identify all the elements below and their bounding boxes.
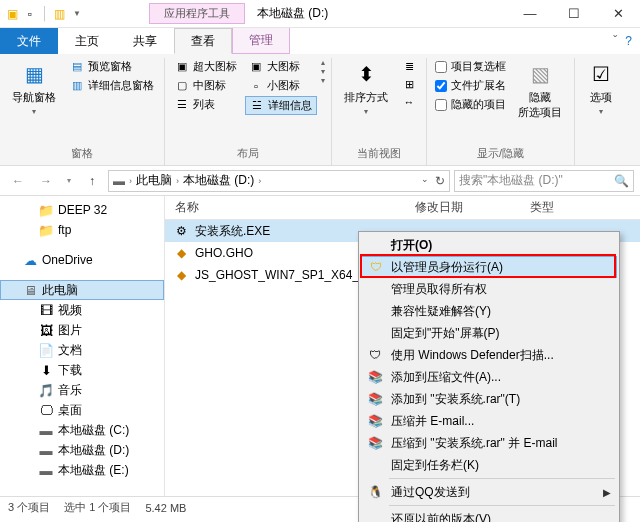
preview-pane-button[interactable]: ▤预览窗格 xyxy=(66,58,158,75)
item-checkboxes-checkbox[interactable] xyxy=(435,61,447,73)
hide-icon: ▧ xyxy=(526,60,554,88)
small-icons-button[interactable]: ▫小图标 xyxy=(245,77,317,94)
ctx-pin-taskbar[interactable]: 固定到任务栏(K) xyxy=(361,454,617,476)
file-ext-toggle[interactable]: 文件扩展名 xyxy=(433,77,508,94)
tab-share[interactable]: 共享 xyxy=(116,28,174,54)
help-icon[interactable]: ? xyxy=(625,34,632,48)
ctx-compress-email[interactable]: 📚压缩并 E-mail... xyxy=(361,410,617,432)
list-view-button[interactable]: ☰列表 xyxy=(171,96,241,113)
address-bar: ← → ▾ ↑ ▬ › 此电脑 › 本地磁盘 (D:) › ⌄ ↻ 搜索"本地磁… xyxy=(0,166,640,196)
minimize-button[interactable]: — xyxy=(508,0,552,28)
details-view-button[interactable]: ☱详细信息 xyxy=(245,96,317,115)
breadcrumb-thispc[interactable]: 此电脑 xyxy=(136,172,172,189)
ctx-pin-start[interactable]: 固定到"开始"屏幕(P) xyxy=(361,322,617,344)
search-box[interactable]: 搜索"本地磁盘 (D:)" 🔍 xyxy=(454,170,634,192)
info-pane-icon: ▥ xyxy=(70,79,84,93)
item-checkboxes-toggle[interactable]: 项目复选框 xyxy=(433,58,508,75)
tab-manage[interactable]: 管理 xyxy=(232,28,290,54)
up-button[interactable]: ↑ xyxy=(80,169,104,193)
preview-pane-label: 预览窗格 xyxy=(88,59,132,74)
tree-item-desktop[interactable]: 🖵桌面 xyxy=(0,400,164,420)
refresh-icon[interactable]: ↻ xyxy=(435,174,445,188)
history-dropdown[interactable]: ▾ xyxy=(62,169,76,193)
groupby-button[interactable]: ≣ xyxy=(398,58,420,74)
ctx-label: 压缩并 E-mail... xyxy=(391,413,474,430)
column-type[interactable]: 类型 xyxy=(520,196,600,219)
tree-label: DEEP 32 xyxy=(58,203,107,217)
column-name[interactable]: 名称 xyxy=(165,196,405,219)
ctx-open[interactable]: 打开(O) xyxy=(361,234,617,256)
ctx-label: 兼容性疑难解答(Y) xyxy=(391,303,491,320)
back-button[interactable]: ← xyxy=(6,169,30,193)
sizecol-button[interactable]: ↔ xyxy=(398,94,420,110)
ctx-separator xyxy=(389,478,615,479)
options-button[interactable]: ☑ 选项 ▾ xyxy=(581,58,621,118)
qat-properties-icon[interactable]: ▫ xyxy=(22,6,38,22)
tree-item-deep32[interactable]: 📁DEEP 32 xyxy=(0,200,164,220)
tab-home[interactable]: 主页 xyxy=(58,28,116,54)
hide-selected-button[interactable]: ▧ 隐藏 所选项目 xyxy=(512,58,568,122)
ctx-troubleshoot[interactable]: 兼容性疑难解答(Y) xyxy=(361,300,617,322)
qat-newfolder-icon[interactable]: ▥ xyxy=(51,6,67,22)
nav-pane-icon: ▦ xyxy=(20,60,48,88)
nav-pane-button[interactable]: ▦ 导航窗格 ▾ xyxy=(6,58,62,118)
tree-label: 桌面 xyxy=(58,402,82,419)
ribbon-tabs: 文件 主页 共享 查看 管理 ˇ ? xyxy=(0,28,640,54)
tree-item-pictures[interactable]: 🖼图片 xyxy=(0,320,164,340)
chevron-right-icon: › xyxy=(129,176,132,186)
large-icons-button[interactable]: ▣大图标 xyxy=(245,58,317,75)
file-name: JS_GHOST_WIN7_SP1_X64_ xyxy=(195,268,359,282)
layout-down-icon[interactable]: ▾ xyxy=(321,76,325,85)
tree-item-drive-c[interactable]: ▬本地磁盘 (C:) xyxy=(0,420,164,440)
qat-dropdown-icon[interactable]: ▼ xyxy=(69,6,85,22)
ribbon-collapse-icon[interactable]: ˇ xyxy=(613,34,617,48)
ctx-admin-ownership[interactable]: 管理员取得所有权 xyxy=(361,278,617,300)
close-button[interactable]: ✕ xyxy=(596,0,640,28)
ctx-add-rar[interactable]: 📚添加到 "安装系统.rar"(T) xyxy=(361,388,617,410)
hidden-items-checkbox[interactable] xyxy=(435,99,447,111)
tree-item-drive-e[interactable]: ▬本地磁盘 (E:) xyxy=(0,460,164,480)
tab-view[interactable]: 查看 xyxy=(174,28,232,54)
info-pane-button[interactable]: ▥详细信息窗格 xyxy=(66,77,158,94)
tree-item-thispc[interactable]: 🖥此电脑 xyxy=(0,280,164,300)
drive-icon: ▬ xyxy=(113,174,125,188)
status-selection: 选中 1 个项目 xyxy=(64,500,131,515)
ctx-add-archive[interactable]: 📚添加到压缩文件(A)... xyxy=(361,366,617,388)
gho-icon: ◆ xyxy=(173,267,189,283)
tree-item-documents[interactable]: 📄文档 xyxy=(0,340,164,360)
list-icon: ☰ xyxy=(175,98,189,112)
search-placeholder: 搜索"本地磁盘 (D:)" xyxy=(459,172,563,189)
tree-item-downloads[interactable]: ⬇下载 xyxy=(0,360,164,380)
ctx-restore-version[interactable]: 还原以前的版本(V) xyxy=(361,508,617,522)
tab-file[interactable]: 文件 xyxy=(0,28,58,54)
layout-up-icon[interactable]: ▴ xyxy=(321,58,325,67)
tree-item-music[interactable]: 🎵音乐 xyxy=(0,380,164,400)
ctx-defender-scan[interactable]: 🛡使用 Windows Defender扫描... xyxy=(361,344,617,366)
ctx-run-as-admin[interactable]: 🛡以管理员身份运行(A) xyxy=(361,256,617,278)
ctx-label: 添加到 "安装系统.rar"(T) xyxy=(391,391,520,408)
addcol-button[interactable]: ⊞ xyxy=(398,76,420,92)
tree-item-ftp[interactable]: 📁ftp xyxy=(0,220,164,240)
column-modified[interactable]: 修改日期 xyxy=(405,196,520,219)
breadcrumb-drive[interactable]: 本地磁盘 (D:) xyxy=(183,172,254,189)
tree-item-videos[interactable]: 🎞视频 xyxy=(0,300,164,320)
address-dropdown-icon[interactable]: ⌄ xyxy=(421,174,429,188)
tree-item-drive-d[interactable]: ▬本地磁盘 (D:) xyxy=(0,440,164,460)
xl-label: 超大图标 xyxy=(193,59,237,74)
maximize-button[interactable]: ☐ xyxy=(552,0,596,28)
layout-expand-icon[interactable]: ▾ xyxy=(321,67,325,76)
tree-item-onedrive[interactable]: ☁OneDrive xyxy=(0,250,164,270)
ctx-rar-email[interactable]: 📚压缩到 "安装系统.rar" 并 E-mail xyxy=(361,432,617,454)
file-name: GHO.GHO xyxy=(195,246,253,260)
ctx-qq-send[interactable]: 🐧通过QQ发送到▶ xyxy=(361,481,617,503)
group-panes-label: 窗格 xyxy=(6,144,158,163)
extra-large-icons-button[interactable]: ▣超大图标 xyxy=(171,58,241,75)
address-box[interactable]: ▬ › 此电脑 › 本地磁盘 (D:) › ⌄ ↻ xyxy=(108,170,450,192)
window-controls: — ☐ ✕ xyxy=(508,0,640,28)
hidden-items-toggle[interactable]: 隐藏的项目 xyxy=(433,96,508,113)
file-ext-checkbox[interactable] xyxy=(435,80,447,92)
sort-button[interactable]: ⬍ 排序方式 ▾ xyxy=(338,58,394,118)
tree-label: 图片 xyxy=(58,322,82,339)
forward-button[interactable]: → xyxy=(34,169,58,193)
medium-icons-button[interactable]: ▢中图标 xyxy=(171,77,241,94)
